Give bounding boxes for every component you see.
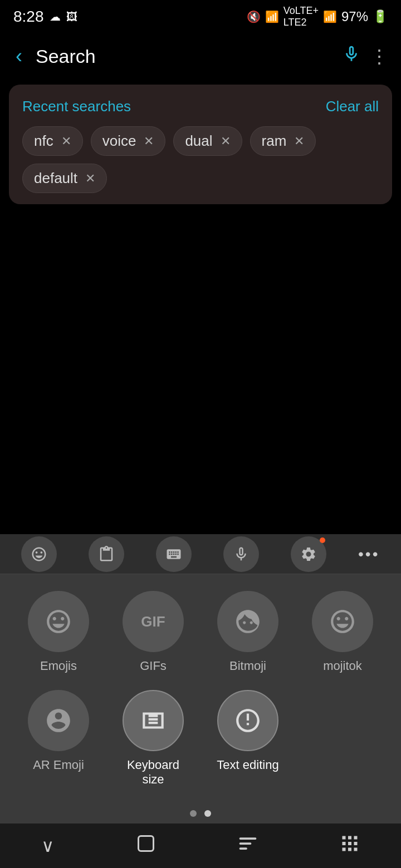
mute-icon: 🔇 xyxy=(247,10,261,23)
content-area xyxy=(0,210,401,443)
gifs-item[interactable]: GIF GIFs xyxy=(111,591,195,673)
home-nav-button[interactable] xyxy=(125,828,167,864)
mojitok-label: mojitok xyxy=(323,659,362,673)
chip-voice-remove[interactable]: ✕ xyxy=(144,134,154,149)
gifs-icon: GIF xyxy=(123,591,184,652)
keyboard-size-item[interactable]: Keyboardsize xyxy=(111,690,195,787)
chip-voice-label: voice xyxy=(102,132,136,150)
mojitok-item[interactable]: mojitok xyxy=(301,591,384,673)
emoji-toolbar-button[interactable] xyxy=(21,536,57,572)
keyboard-toolbar: ••• xyxy=(0,534,401,574)
feature-row-2: AR Emoji Keyboardsize Text editing xyxy=(11,690,390,787)
status-time: 8:28 xyxy=(13,8,44,26)
battery-icon: 🔋 xyxy=(373,9,388,24)
chip-default[interactable]: default ✕ xyxy=(22,164,107,193)
ar-emoji-item[interactable]: AR Emoji xyxy=(17,690,100,787)
clipboard-toolbar-button[interactable] xyxy=(89,536,124,572)
chips-row: nfc ✕ voice ✕ dual ✕ ram ✕ default ✕ xyxy=(22,126,379,193)
chip-dual-label: dual xyxy=(185,132,212,150)
mic-toolbar-button[interactable] xyxy=(223,536,259,572)
more-options-button[interactable]: ⋮ xyxy=(370,45,390,67)
search-bar: ‹ Search ⋮ xyxy=(0,33,401,79)
page-dots xyxy=(0,803,401,823)
keyboard-panel: ••• Emojis GIF GIFs xyxy=(0,534,401,868)
chip-nfc[interactable]: nfc ✕ xyxy=(22,126,83,156)
battery-text: 97% xyxy=(341,9,368,24)
status-bar: 8:28 ☁ 🖼 🔇 📶 VoLTE+LTE2 📶 97% 🔋 xyxy=(0,0,401,33)
chip-default-label: default xyxy=(34,170,77,187)
chip-default-remove[interactable]: ✕ xyxy=(85,171,95,186)
image-icon: 🖼 xyxy=(66,11,77,23)
recent-searches-title: Recent searches xyxy=(22,98,131,115)
keyboard-feature-grid: Emojis GIF GIFs Bitmoji xyxy=(0,574,401,803)
chip-nfc-remove[interactable]: ✕ xyxy=(61,134,71,149)
ar-emoji-label: AR Emoji xyxy=(33,758,84,772)
recent-searches-panel: Recent searches Clear all nfc ✕ voice ✕ … xyxy=(9,85,392,204)
chip-ram-remove[interactable]: ✕ xyxy=(294,134,304,149)
emojis-label: Emojis xyxy=(40,659,77,673)
bitmoji-label: Bitmoji xyxy=(229,659,266,673)
lte-text: VoLTE+LTE2 xyxy=(283,5,319,28)
mojitok-icon xyxy=(312,591,373,652)
text-editing-item[interactable]: Text editing xyxy=(206,690,290,787)
keyboard-size-icon xyxy=(123,690,184,751)
recent-header: Recent searches Clear all xyxy=(22,98,379,115)
status-left: 8:28 ☁ 🖼 xyxy=(13,8,77,26)
keyboard-layout-button[interactable] xyxy=(156,536,192,572)
settings-toolbar-button[interactable] xyxy=(291,536,326,572)
svg-rect-0 xyxy=(138,836,153,851)
cloud-icon: ☁ xyxy=(50,10,61,23)
chip-voice[interactable]: voice ✕ xyxy=(91,126,166,156)
ar-emoji-icon xyxy=(28,690,89,751)
recents-nav-button[interactable] xyxy=(227,828,269,864)
feature-row-1: Emojis GIF GIFs Bitmoji xyxy=(11,591,390,673)
page-dot-2 xyxy=(204,810,211,817)
bitmoji-item[interactable]: Bitmoji xyxy=(206,591,290,673)
clear-all-button[interactable]: Clear all xyxy=(326,98,379,115)
apps-nav-button[interactable] xyxy=(329,828,371,864)
gifs-label: GIFs xyxy=(140,659,167,673)
emojis-item[interactable]: Emojis xyxy=(17,591,100,673)
voice-search-button[interactable] xyxy=(342,45,361,68)
empty-item xyxy=(301,690,384,787)
page-dot-1 xyxy=(190,810,197,817)
chip-ram-label: ram xyxy=(262,132,287,150)
chip-dual-remove[interactable]: ✕ xyxy=(221,134,231,149)
keyboard-size-label: Keyboardsize xyxy=(127,758,179,787)
text-editing-icon xyxy=(217,690,278,751)
chip-dual[interactable]: dual ✕ xyxy=(173,126,242,156)
text-editing-label: Text editing xyxy=(217,758,278,772)
back-button[interactable]: ‹ xyxy=(11,42,27,70)
bitmoji-icon xyxy=(217,591,278,652)
emojis-icon xyxy=(28,591,89,652)
back-nav-button[interactable]: ∨ xyxy=(30,830,65,862)
chip-nfc-label: nfc xyxy=(34,132,53,150)
keyboard-more-button[interactable]: ••• xyxy=(358,545,379,563)
search-text: Search xyxy=(36,46,96,67)
navigation-bar: ∨ xyxy=(0,823,401,868)
hotspot-icon: 📶 xyxy=(265,10,279,23)
signal-icon: 📶 xyxy=(323,10,337,23)
status-right: 🔇 📶 VoLTE+LTE2 📶 97% 🔋 xyxy=(247,5,388,28)
search-input-area[interactable]: Search xyxy=(36,46,333,67)
chip-ram[interactable]: ram ✕ xyxy=(250,126,316,156)
